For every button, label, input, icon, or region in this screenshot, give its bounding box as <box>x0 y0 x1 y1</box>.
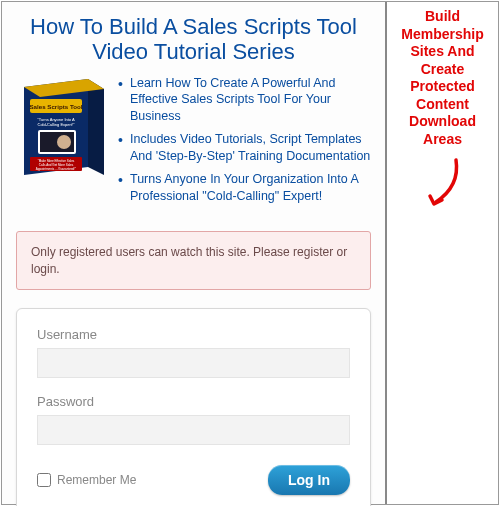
remember-label: Remember Me <box>57 473 136 487</box>
password-label: Password <box>37 394 350 409</box>
password-input[interactable] <box>37 415 350 445</box>
bullet-item: Learn How To Create A Powerful And Effec… <box>118 75 371 126</box>
remember-checkbox[interactable] <box>37 473 51 487</box>
main-panel: How To Build A Sales Scripts Tool Video … <box>2 2 387 504</box>
feature-bullets: Learn How To Create A Powerful And Effec… <box>118 75 371 211</box>
bullet-item: Turns Anyone In Your Organization Into A… <box>118 171 371 205</box>
title-line-1: How To Build A Sales Scripts Tool <box>30 14 357 39</box>
username-label: Username <box>37 327 350 342</box>
callout-text: Build Membership Sites And Create Protec… <box>391 8 494 148</box>
access-notice: Only registered users can watch this sit… <box>16 231 371 291</box>
page-wrapper: How To Build A Sales Scripts Tool Video … <box>1 1 499 505</box>
svg-point-9 <box>57 135 71 149</box>
svg-marker-1 <box>88 79 104 175</box>
svg-text:Appointments ... Guaranteed!": Appointments ... Guaranteed!" <box>36 167 76 171</box>
page-title: How To Build A Sales Scripts Tool Video … <box>16 14 371 65</box>
arrow-icon <box>391 156 494 216</box>
svg-text:Sales Scripts Tool: Sales Scripts Tool <box>29 103 82 110</box>
title-line-2: Video Tutorial Series <box>92 39 295 64</box>
product-box-image: Sales Scripts Tool "Turns Anyone Into A … <box>16 75 108 180</box>
hero-row: Sales Scripts Tool "Turns Anyone Into A … <box>16 75 371 211</box>
remember-me[interactable]: Remember Me <box>37 473 136 487</box>
username-input[interactable] <box>37 348 350 378</box>
svg-text:Cold-Calling Expert!": Cold-Calling Expert!" <box>38 122 76 127</box>
login-row: Remember Me Log In <box>37 465 350 495</box>
annotation-panel: Build Membership Sites And Create Protec… <box>387 2 498 504</box>
login-form: Username Password Remember Me Log In <box>16 308 371 506</box>
login-button[interactable]: Log In <box>268 465 350 495</box>
bullet-item: Includes Video Tutorials, Script Templat… <box>118 131 371 165</box>
